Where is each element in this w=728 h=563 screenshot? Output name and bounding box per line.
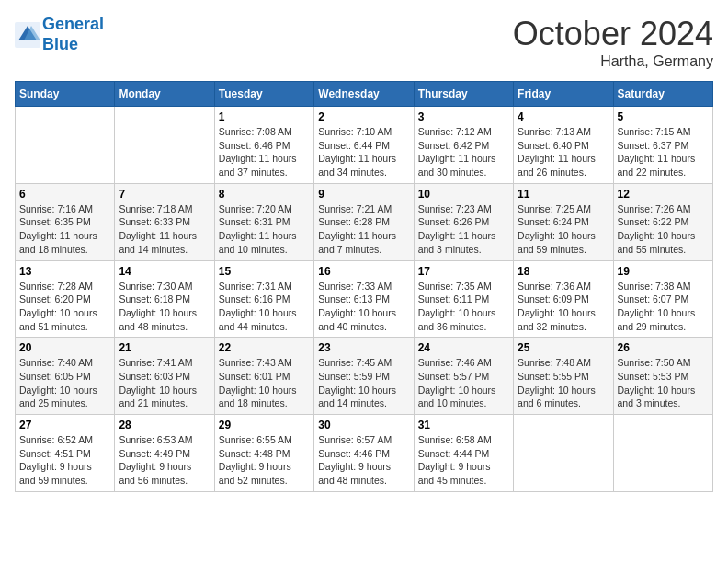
calendar-cell xyxy=(613,415,712,492)
day-number: 18 xyxy=(518,265,609,278)
day-info: Sunrise: 7:21 AM Sunset: 6:28 PM Dayligh… xyxy=(318,202,409,257)
day-info: Sunrise: 7:26 AM Sunset: 6:22 PM Dayligh… xyxy=(618,202,709,257)
calendar-cell: 24Sunrise: 7:46 AM Sunset: 5:57 PM Dayli… xyxy=(414,338,513,415)
calendar-table: SundayMondayTuesdayWednesdayThursdayFrid… xyxy=(15,81,713,492)
calendar-cell: 25Sunrise: 7:48 AM Sunset: 5:55 PM Dayli… xyxy=(514,338,613,415)
day-info: Sunrise: 7:45 AM Sunset: 5:59 PM Dayligh… xyxy=(318,356,409,410)
title-block: October 2024 Hartha, Germany xyxy=(513,15,713,70)
calendar-week-5: 27Sunrise: 6:52 AM Sunset: 4:51 PM Dayli… xyxy=(16,415,713,492)
calendar-cell: 6Sunrise: 7:16 AM Sunset: 6:35 PM Daylig… xyxy=(16,183,115,260)
day-info: Sunrise: 7:20 AM Sunset: 6:31 PM Dayligh… xyxy=(219,202,310,257)
day-number: 20 xyxy=(19,341,110,354)
day-number: 2 xyxy=(318,110,409,123)
calendar-cell: 12Sunrise: 7:26 AM Sunset: 6:22 PM Dayli… xyxy=(613,183,712,260)
day-info: Sunrise: 7:31 AM Sunset: 6:16 PM Dayligh… xyxy=(219,280,310,334)
day-number: 27 xyxy=(19,419,110,431)
month-title: October 2024 xyxy=(513,15,713,53)
day-number: 25 xyxy=(518,341,609,354)
day-number: 9 xyxy=(318,188,409,201)
day-info: Sunrise: 7:33 AM Sunset: 6:13 PM Dayligh… xyxy=(318,280,409,334)
day-number: 22 xyxy=(219,341,310,354)
calendar-week-4: 20Sunrise: 7:40 AM Sunset: 6:05 PM Dayli… xyxy=(16,338,713,415)
calendar-cell: 13Sunrise: 7:28 AM Sunset: 6:20 PM Dayli… xyxy=(16,260,115,338)
day-info: Sunrise: 7:46 AM Sunset: 5:57 PM Dayligh… xyxy=(418,356,509,410)
day-info: Sunrise: 7:30 AM Sunset: 6:18 PM Dayligh… xyxy=(119,280,210,334)
calendar-cell: 20Sunrise: 7:40 AM Sunset: 6:05 PM Dayli… xyxy=(16,338,115,415)
day-number: 21 xyxy=(119,341,210,354)
calendar-week-3: 13Sunrise: 7:28 AM Sunset: 6:20 PM Dayli… xyxy=(16,260,713,338)
day-number: 7 xyxy=(119,188,210,201)
day-number: 16 xyxy=(318,265,409,278)
calendar-week-1: 1Sunrise: 7:08 AM Sunset: 6:46 PM Daylig… xyxy=(16,107,713,184)
weekday-header-saturday: Saturday xyxy=(613,82,712,107)
calendar-cell: 3Sunrise: 7:12 AM Sunset: 6:42 PM Daylig… xyxy=(414,107,513,184)
day-info: Sunrise: 7:25 AM Sunset: 6:24 PM Dayligh… xyxy=(518,202,609,257)
day-number: 10 xyxy=(418,188,509,201)
day-info: Sunrise: 6:53 AM Sunset: 4:49 PM Dayligh… xyxy=(119,433,210,488)
day-info: Sunrise: 7:35 AM Sunset: 6:11 PM Dayligh… xyxy=(418,280,509,334)
day-number: 31 xyxy=(418,419,509,431)
location: Hartha, Germany xyxy=(513,53,713,70)
calendar-cell: 5Sunrise: 7:15 AM Sunset: 6:37 PM Daylig… xyxy=(613,107,712,184)
day-number: 8 xyxy=(219,188,310,201)
day-info: Sunrise: 7:10 AM Sunset: 6:44 PM Dayligh… xyxy=(318,125,409,179)
calendar-cell: 22Sunrise: 7:43 AM Sunset: 6:01 PM Dayli… xyxy=(214,338,313,415)
day-number: 12 xyxy=(618,188,709,201)
logo: General Blue xyxy=(15,15,104,54)
day-info: Sunrise: 7:36 AM Sunset: 6:09 PM Dayligh… xyxy=(518,280,609,334)
weekday-header-wednesday: Wednesday xyxy=(314,82,414,107)
day-info: Sunrise: 7:38 AM Sunset: 6:07 PM Dayligh… xyxy=(618,280,709,334)
day-number: 15 xyxy=(219,265,310,278)
calendar-cell: 16Sunrise: 7:33 AM Sunset: 6:13 PM Dayli… xyxy=(314,260,414,338)
calendar-cell: 10Sunrise: 7:23 AM Sunset: 6:26 PM Dayli… xyxy=(414,183,513,260)
calendar-cell: 23Sunrise: 7:45 AM Sunset: 5:59 PM Dayli… xyxy=(314,338,414,415)
day-number: 4 xyxy=(518,110,609,123)
weekday-header-sunday: Sunday xyxy=(16,82,115,107)
day-info: Sunrise: 7:41 AM Sunset: 6:03 PM Dayligh… xyxy=(119,356,210,410)
day-number: 24 xyxy=(418,341,509,354)
day-info: Sunrise: 7:13 AM Sunset: 6:40 PM Dayligh… xyxy=(518,125,609,179)
calendar-week-2: 6Sunrise: 7:16 AM Sunset: 6:35 PM Daylig… xyxy=(16,183,713,260)
day-info: Sunrise: 7:50 AM Sunset: 5:53 PM Dayligh… xyxy=(618,356,709,410)
day-info: Sunrise: 7:40 AM Sunset: 6:05 PM Dayligh… xyxy=(19,356,110,410)
day-info: Sunrise: 7:28 AM Sunset: 6:20 PM Dayligh… xyxy=(19,280,110,334)
day-number: 28 xyxy=(119,419,210,431)
day-info: Sunrise: 7:48 AM Sunset: 5:55 PM Dayligh… xyxy=(518,356,609,410)
day-info: Sunrise: 7:15 AM Sunset: 6:37 PM Dayligh… xyxy=(618,125,709,179)
calendar-cell: 18Sunrise: 7:36 AM Sunset: 6:09 PM Dayli… xyxy=(514,260,613,338)
day-info: Sunrise: 7:23 AM Sunset: 6:26 PM Dayligh… xyxy=(418,202,509,257)
day-number: 30 xyxy=(318,419,409,431)
day-number: 14 xyxy=(119,265,210,278)
day-info: Sunrise: 7:43 AM Sunset: 6:01 PM Dayligh… xyxy=(219,356,310,410)
day-number: 26 xyxy=(618,341,709,354)
weekday-header-thursday: Thursday xyxy=(414,82,513,107)
calendar-cell: 21Sunrise: 7:41 AM Sunset: 6:03 PM Dayli… xyxy=(115,338,214,415)
calendar-cell: 11Sunrise: 7:25 AM Sunset: 6:24 PM Dayli… xyxy=(514,183,613,260)
calendar-cell: 30Sunrise: 6:57 AM Sunset: 4:46 PM Dayli… xyxy=(314,415,414,492)
day-info: Sunrise: 6:52 AM Sunset: 4:51 PM Dayligh… xyxy=(19,433,110,488)
logo-line1: General xyxy=(42,15,104,33)
weekday-header-friday: Friday xyxy=(514,82,613,107)
calendar-cell: 2Sunrise: 7:10 AM Sunset: 6:44 PM Daylig… xyxy=(314,107,414,184)
day-info: Sunrise: 6:58 AM Sunset: 4:44 PM Dayligh… xyxy=(418,433,509,488)
calendar-cell: 8Sunrise: 7:20 AM Sunset: 6:31 PM Daylig… xyxy=(214,183,313,260)
calendar-cell xyxy=(115,107,214,184)
day-number: 3 xyxy=(418,110,509,123)
day-info: Sunrise: 6:57 AM Sunset: 4:46 PM Dayligh… xyxy=(318,433,409,488)
weekday-header-tuesday: Tuesday xyxy=(214,82,313,107)
calendar-cell: 17Sunrise: 7:35 AM Sunset: 6:11 PM Dayli… xyxy=(414,260,513,338)
day-number: 17 xyxy=(418,265,509,278)
day-info: Sunrise: 7:16 AM Sunset: 6:35 PM Dayligh… xyxy=(19,202,110,257)
day-number: 11 xyxy=(518,188,609,201)
calendar-cell: 31Sunrise: 6:58 AM Sunset: 4:44 PM Dayli… xyxy=(414,415,513,492)
calendar-cell: 4Sunrise: 7:13 AM Sunset: 6:40 PM Daylig… xyxy=(514,107,613,184)
page-header: General Blue October 2024 Hartha, German… xyxy=(15,15,713,70)
calendar-cell: 19Sunrise: 7:38 AM Sunset: 6:07 PM Dayli… xyxy=(613,260,712,338)
day-number: 13 xyxy=(19,265,110,278)
day-number: 23 xyxy=(318,341,409,354)
day-number: 6 xyxy=(19,188,110,201)
calendar-cell: 27Sunrise: 6:52 AM Sunset: 4:51 PM Dayli… xyxy=(16,415,115,492)
day-number: 29 xyxy=(219,419,310,431)
day-info: Sunrise: 7:18 AM Sunset: 6:33 PM Dayligh… xyxy=(119,202,210,257)
calendar-cell: 1Sunrise: 7:08 AM Sunset: 6:46 PM Daylig… xyxy=(214,107,313,184)
